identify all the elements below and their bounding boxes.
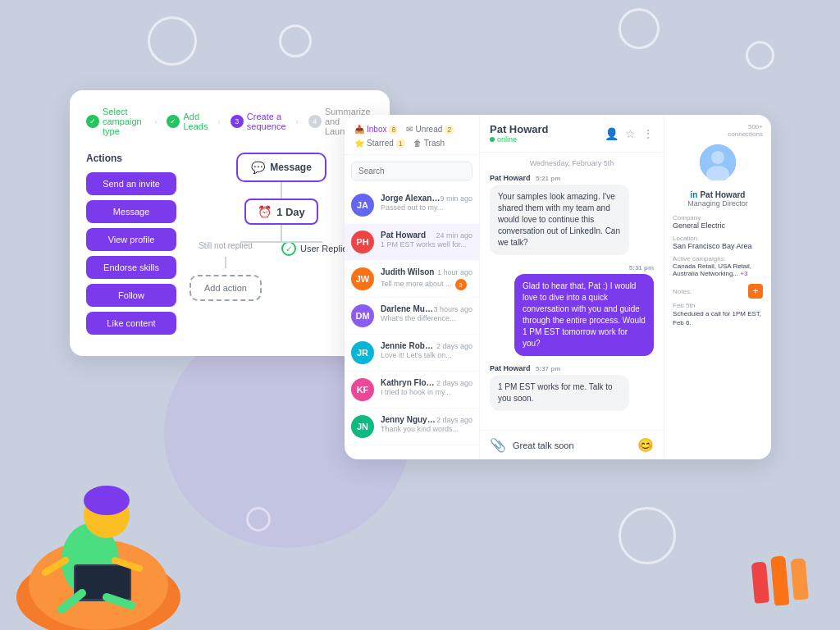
- avatar: PH: [351, 231, 374, 253]
- more-icon[interactable]: ⋮: [642, 127, 654, 140]
- bg-circle-3: [619, 8, 660, 49]
- profile-avatar: [700, 144, 736, 180]
- step2-check: ✓: [167, 115, 180, 128]
- tab-starred[interactable]: ⭐ Starred 1: [351, 137, 409, 149]
- avatar: JR: [351, 341, 374, 364]
- send-invite-btn[interactable]: Send an invite: [86, 172, 176, 195]
- emoji-icon[interactable]: 😊: [637, 437, 654, 453]
- branch-replied: ✓ User Replied: [281, 241, 353, 301]
- date-divider: Wednesday, February 5th: [490, 153, 654, 174]
- svg-point-1: [711, 151, 724, 164]
- star-icon[interactable]: ☆: [625, 127, 636, 140]
- follow-btn[interactable]: Follow: [86, 284, 176, 307]
- chat-header: Pat Howard online 👤 ☆ ⋮: [480, 115, 664, 153]
- tab-inbox[interactable]: 📥 Inbox 8: [351, 123, 401, 135]
- breadcrumb: ✓ Select campaign type › ✓ Add Leads › 3…: [86, 107, 373, 136]
- message-icon: 💬: [251, 161, 265, 174]
- day-badge: ⏰ 1 Day: [244, 199, 318, 225]
- avatar: JN: [351, 415, 374, 438]
- brand-logo: [753, 560, 807, 605]
- inbox-list-panel: 📥 Inbox 8 ✉ Unread 2 ⭐ Starred 1 🗑 Trash: [345, 115, 480, 459]
- branch-not-replied: Still not replied Add action: [189, 241, 262, 301]
- contact-row[interactable]: JA Jorge Alexander 9 min ago Passed out …: [345, 187, 479, 224]
- contact-row[interactable]: KF Kathryn Flores 2 days ago I tried to …: [345, 372, 479, 409]
- avatar: JW: [351, 267, 374, 290]
- contact-row[interactable]: PH Pat Howard 24 min ago 1 PM EST works …: [345, 224, 479, 261]
- endorse-skills-btn[interactable]: Endorse skills: [86, 256, 176, 279]
- contact-row[interactable]: DM Darlene Murphy 3 hours ago What's the…: [345, 298, 479, 335]
- avatar: KF: [351, 378, 374, 401]
- stripe-3: [791, 558, 809, 600]
- bg-circle-2: [279, 25, 312, 57]
- flow-line-2: [281, 225, 282, 241]
- stripe-1: [751, 561, 769, 603]
- breadcrumb-step2: ✓ Add Leads: [167, 112, 208, 131]
- actions-panel: Actions Send an invite Message View prof…: [86, 153, 176, 340]
- company-field: Company General Electric: [673, 214, 763, 230]
- contact-row[interactable]: JN Jenny Nguyen 2 days ago Thank you kin…: [345, 409, 479, 445]
- avatar: JA: [351, 194, 374, 217]
- connections-count: 500+ connections: [673, 123, 763, 138]
- message-bubble-outgoing: Glad to hear that, Pat :) I would love t…: [514, 274, 654, 356]
- inbox-contacts: JA Jorge Alexander 9 min ago Passed out …: [345, 187, 479, 459]
- profile-title: Managing Director: [673, 199, 763, 208]
- actions-title: Actions: [86, 153, 176, 164]
- svg-point-7: [84, 486, 130, 515]
- step1-check: ✓: [86, 115, 99, 128]
- avatar: DM: [351, 304, 374, 327]
- bg-circle-1: [148, 16, 197, 66]
- chat-header-actions: 👤 ☆ ⋮: [605, 127, 654, 140]
- branch-connector: [240, 241, 322, 243]
- tab-unread[interactable]: ✉ Unread 2: [403, 123, 457, 135]
- message-bubble: 1 PM EST works for me. Talk to you soon.: [490, 375, 629, 411]
- search-input[interactable]: [351, 162, 472, 180]
- message-btn[interactable]: Message: [86, 200, 176, 223]
- message-row: Pat Howard 5:37 pm 1 PM EST works for me…: [490, 364, 654, 411]
- person-icon[interactable]: 👤: [605, 127, 619, 140]
- step4-num: 4: [308, 115, 322, 128]
- add-action-btn[interactable]: Add action: [189, 275, 262, 301]
- flow-line-1: [281, 182, 282, 199]
- message-node: 💬 Message: [236, 153, 326, 182]
- step3-num: 3: [231, 115, 244, 128]
- illustration: [0, 433, 230, 630]
- add-note-btn[interactable]: +: [748, 284, 763, 299]
- message-row: Pat Howard 5:21 pm Your samples look ama…: [490, 174, 654, 255]
- message-bubble: Your samples look amazing. I've shared t…: [490, 185, 629, 255]
- bg-circle-5: [619, 507, 676, 564]
- message-row: 5:31 pm Glad to hear that, Pat :) I woul…: [490, 263, 654, 356]
- inbox-card: 📥 Inbox 8 ✉ Unread 2 ⭐ Starred 1 🗑 Trash: [345, 115, 771, 459]
- like-content-btn[interactable]: Like content: [86, 312, 176, 335]
- card-body: Actions Send an invite Message View prof…: [86, 153, 373, 340]
- chat-input[interactable]: [513, 441, 631, 450]
- profile-panel: 500+ connections in Pat Howard Managing …: [664, 115, 771, 459]
- profile-avatar-wrap: [673, 144, 763, 184]
- breadcrumb-step3: 3 Create a sequence: [231, 112, 286, 131]
- campaign-card: ✓ Select campaign type › ✓ Add Leads › 3…: [70, 90, 390, 356]
- chat-messages: Wednesday, February 5th Pat Howard 5:21 …: [480, 153, 664, 430]
- chat-panel: Pat Howard online 👤 ☆ ⋮ Wednesday, Febru…: [480, 115, 664, 459]
- bg-circle-4: [746, 41, 774, 70]
- notes-section: Notes: + Feb 5th Scheduled a call for 1P…: [673, 284, 763, 327]
- status-dot: [490, 137, 495, 142]
- inbox-tabs: 📥 Inbox 8 ✉ Unread 2 ⭐ Starred 1 🗑 Trash: [345, 115, 479, 155]
- tab-trash[interactable]: 🗑 Trash: [410, 137, 448, 149]
- contact-row[interactable]: JR Jennie Robertson 2 days ago Love it! …: [345, 335, 479, 372]
- stripe-2: [770, 555, 789, 605]
- contact-row[interactable]: JW Judith Wilson 1 hour ago Tell me more…: [345, 261, 479, 298]
- campaigns-field: Active campaigns: Canada Retail, USA Ret…: [673, 255, 763, 277]
- attach-icon: 📎: [490, 437, 506, 453]
- view-profile-btn[interactable]: View profile: [86, 228, 176, 251]
- replied-check: ✓: [281, 241, 296, 256]
- chat-input-area: 📎 😊: [480, 430, 664, 459]
- breadcrumb-step1: ✓ Select campaign type: [86, 107, 144, 136]
- user-replied-badge: ✓ User Replied: [281, 241, 353, 256]
- branch-line-1: [225, 257, 226, 268]
- profile-name: in Pat Howard: [673, 190, 763, 199]
- linkedin-icon: in: [691, 190, 698, 199]
- location-field: Location San Francisco Bay Area: [673, 235, 763, 250]
